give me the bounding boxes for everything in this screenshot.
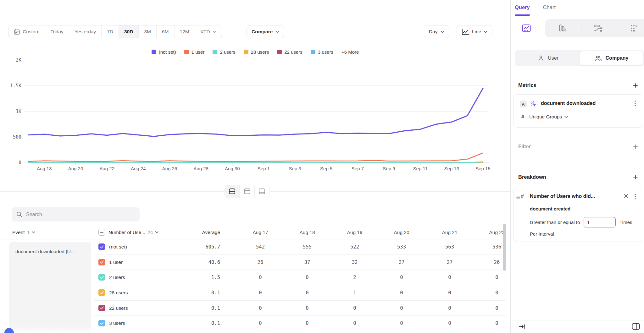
event-column-header[interactable]: Event 1 (12, 226, 35, 239)
series-column-header[interactable]: Number of Use... 24 (108, 226, 158, 239)
row-checkbox[interactable] (98, 259, 105, 265)
remove-breakdown-button[interactable] (624, 194, 628, 199)
date-column-header[interactable]: Aug 21 (431, 226, 469, 239)
search-icon (16, 211, 22, 217)
date-column-header[interactable]: Aug 20 (383, 226, 420, 239)
date-column-header[interactable]: Aug 18 (288, 226, 326, 239)
layout-bottom-button[interactable] (255, 185, 269, 198)
aggregation-dropdown[interactable]: Unique Groups (529, 114, 568, 120)
add-filter-button[interactable] (631, 143, 640, 151)
legend-item[interactable]: 28 users (244, 49, 269, 55)
table-row: 1 user40.6263732272726 (0, 255, 510, 270)
toggle-user[interactable]: User (515, 50, 581, 66)
line-chart-framed-icon (522, 24, 531, 33)
date-column-header[interactable]: Aug 22 (478, 226, 503, 239)
table-row: 22 users0.1000000 (0, 301, 510, 316)
compare-button[interactable]: Compare (247, 25, 284, 38)
legend-label: (not set) (159, 49, 176, 55)
row-label: 3 users (109, 316, 125, 331)
times-value-input[interactable] (584, 217, 616, 227)
date-range-label: XTD (200, 29, 210, 35)
layout-toggle-group (225, 185, 270, 198)
search-input[interactable] (26, 212, 135, 217)
toggle-company[interactable]: Company (580, 51, 643, 65)
legend-item[interactable]: 3 users (311, 49, 333, 55)
date-range-xtd[interactable]: XTD (195, 25, 222, 38)
retention-chart-tab[interactable] (629, 24, 639, 33)
x-axis-label: Sep 15 (469, 166, 497, 171)
breakdown-event-name[interactable]: document created (530, 206, 570, 211)
granularity-dropdown[interactable]: Day (424, 25, 449, 38)
row-values: 542555522533563536 (227, 239, 503, 255)
collapse-panel-button[interactable] (519, 324, 525, 330)
row-checkbox[interactable] (98, 305, 105, 311)
chevron-down-icon (484, 31, 487, 33)
condition-label[interactable]: Greater than or equal to (530, 220, 580, 225)
date-column-header[interactable]: Aug 17 (242, 226, 279, 239)
kebab-icon (635, 101, 636, 106)
average-column-header[interactable]: Average (170, 226, 220, 239)
add-metric-button[interactable] (631, 81, 640, 90)
row-checkbox[interactable] (98, 289, 105, 296)
per-interval-label[interactable]: Per Interval (530, 231, 554, 237)
date-range-label: 3M (144, 29, 151, 35)
plus-icon (633, 175, 638, 180)
layout-top-button[interactable] (240, 185, 254, 198)
row-average: 605.7 (170, 239, 220, 255)
funnel-chart-tab[interactable] (558, 24, 567, 33)
metric-card[interactable]: A document downloaded # Unique Groups (514, 94, 643, 128)
flow-chart-tab[interactable] (593, 24, 603, 33)
row-checkbox[interactable] (98, 320, 105, 326)
user-label: User (548, 55, 558, 61)
cell-value: 0 (288, 285, 326, 301)
row-checkbox[interactable] (98, 243, 105, 250)
cell-value: 542 (242, 239, 279, 255)
chart-type-dropdown[interactable]: Line (457, 25, 492, 38)
legend-item[interactable]: 22 users (277, 49, 303, 55)
y-axis-label: 0 (4, 160, 21, 166)
date-range-30d[interactable]: 30D (119, 25, 139, 38)
metrics-heading: Metrics (518, 82, 536, 88)
tab-chart[interactable]: Chart (543, 4, 556, 16)
cell-value: 0 (478, 316, 503, 331)
cell-value: 0 (383, 270, 420, 285)
row-values: 000000 (227, 316, 503, 331)
date-column-header[interactable]: Aug 19 (336, 226, 374, 239)
date-range-7d[interactable]: 7D (102, 25, 119, 38)
legend-item[interactable]: 1 user (184, 49, 205, 55)
x-axis-label: Aug 22 (93, 166, 121, 171)
date-range-today[interactable]: Today (45, 25, 69, 38)
breakdown-menu-button[interactable] (632, 193, 638, 200)
layout-split-button[interactable] (225, 185, 240, 198)
date-range-yesterday[interactable]: Yesterday (69, 25, 102, 38)
date-range-label: Today (50, 29, 63, 35)
cell-value: 26 (478, 255, 503, 270)
metric-event-name: document downloaded (541, 101, 596, 106)
row-label: 2 users (109, 270, 125, 285)
date-range-6m[interactable]: 6M (157, 25, 175, 38)
table-scrollbar[interactable] (503, 224, 506, 271)
segmentation-chart-tab[interactable] (522, 24, 531, 33)
legend-more[interactable]: +6 More (341, 49, 359, 55)
cell-value: 0 (242, 316, 279, 331)
add-breakdown-button[interactable] (631, 173, 640, 181)
check-icon (100, 321, 104, 325)
series-count: 24 (147, 230, 153, 235)
chart-type-label: Line (472, 29, 481, 35)
row-label: 1 user (109, 255, 123, 270)
select-all-checkbox[interactable] (98, 229, 105, 236)
toggle-sidebar-button[interactable] (632, 323, 640, 331)
metric-menu-button[interactable] (632, 100, 638, 107)
legend-item[interactable]: 2 users (213, 49, 235, 55)
date-range-custom[interactable]: Custom (8, 25, 45, 38)
date-range-3m[interactable]: 3M (139, 25, 157, 38)
check-icon (100, 245, 104, 249)
x-axis-label: Aug 18 (30, 166, 58, 171)
top-pane-icon (244, 188, 251, 194)
legend-item[interactable]: (not set) (152, 49, 176, 55)
date-range-label: 12M (180, 29, 189, 35)
row-checkbox[interactable] (98, 274, 105, 281)
tab-query[interactable]: Query (515, 4, 530, 16)
drag-handle-icon[interactable] (516, 195, 520, 200)
date-range-12m[interactable]: 12M (175, 25, 195, 38)
